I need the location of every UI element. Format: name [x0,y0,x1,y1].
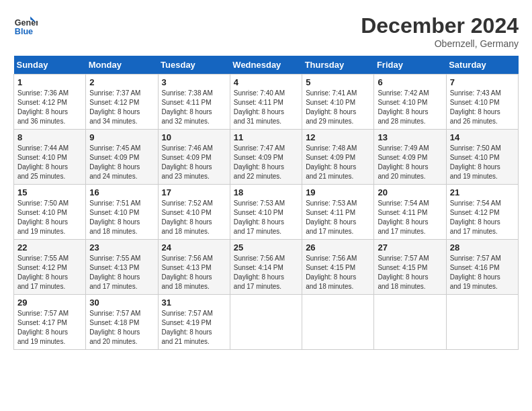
day-info: Sunrise: 7:42 AM Sunset: 4:10 PM Dayligh… [378,89,442,126]
calendar-cell: 12Sunrise: 7:48 AM Sunset: 4:09 PM Dayli… [302,130,374,185]
day-info: Sunrise: 7:53 AM Sunset: 4:11 PM Dayligh… [306,199,370,236]
day-info: Sunrise: 7:40 AM Sunset: 4:11 PM Dayligh… [234,89,298,126]
calendar-cell [374,295,446,350]
day-number: 7 [450,77,515,87]
logo-icon: General Blue [13,13,38,38]
day-number: 9 [89,132,154,142]
day-info: Sunrise: 7:57 AM Sunset: 4:16 PM Dayligh… [450,254,515,291]
calendar-cell: 19Sunrise: 7:53 AM Sunset: 4:11 PM Dayli… [302,185,374,240]
day-info: Sunrise: 7:53 AM Sunset: 4:10 PM Dayligh… [234,199,298,236]
day-info: Sunrise: 7:44 AM Sunset: 4:10 PM Dayligh… [17,144,82,181]
day-number: 15 [17,187,82,197]
day-number: 27 [378,242,442,253]
day-number: 5 [306,77,370,87]
day-header-sunday: Sunday [14,56,86,75]
calendar-cell: 30Sunrise: 7:57 AM Sunset: 4:18 PM Dayli… [86,295,158,350]
calendar-week-row: 29Sunrise: 7:57 AM Sunset: 4:17 PM Dayli… [14,295,519,350]
calendar-cell: 14Sunrise: 7:50 AM Sunset: 4:10 PM Dayli… [446,130,518,185]
day-info: Sunrise: 7:41 AM Sunset: 4:10 PM Dayligh… [306,89,370,126]
day-number: 21 [450,187,515,197]
calendar-week-row: 8Sunrise: 7:44 AM Sunset: 4:10 PM Daylig… [14,130,519,185]
day-number: 8 [17,132,82,142]
day-info: Sunrise: 7:50 AM Sunset: 4:10 PM Dayligh… [450,144,515,181]
day-number: 25 [234,242,298,253]
day-number: 24 [162,242,226,253]
calendar-cell: 5Sunrise: 7:41 AM Sunset: 4:10 PM Daylig… [302,75,374,130]
day-number: 20 [378,187,442,197]
day-info: Sunrise: 7:38 AM Sunset: 4:11 PM Dayligh… [162,89,226,126]
calendar-cell: 13Sunrise: 7:49 AM Sunset: 4:09 PM Dayli… [374,130,446,185]
svg-text:Blue: Blue [15,27,33,36]
calendar-cell: 18Sunrise: 7:53 AM Sunset: 4:10 PM Dayli… [230,185,302,240]
day-number: 17 [162,187,226,197]
calendar-cell: 21Sunrise: 7:54 AM Sunset: 4:12 PM Dayli… [446,185,518,240]
title-area: December 2024 Obernzell, Germany [361,13,519,49]
day-info: Sunrise: 7:57 AM Sunset: 4:18 PM Dayligh… [89,309,154,347]
day-number: 14 [450,132,515,142]
calendar-cell: 7Sunrise: 7:43 AM Sunset: 4:10 PM Daylig… [446,75,518,130]
calendar-cell: 26Sunrise: 7:56 AM Sunset: 4:15 PM Dayli… [302,240,374,295]
subtitle: Obernzell, Germany [361,38,519,49]
day-number: 4 [234,77,298,87]
calendar-cell: 16Sunrise: 7:51 AM Sunset: 4:10 PM Dayli… [86,185,158,240]
day-info: Sunrise: 7:54 AM Sunset: 4:11 PM Dayligh… [378,199,442,236]
day-header-thursday: Thursday [302,56,374,75]
day-info: Sunrise: 7:56 AM Sunset: 4:15 PM Dayligh… [306,254,370,291]
calendar-cell: 23Sunrise: 7:55 AM Sunset: 4:13 PM Dayli… [86,240,158,295]
day-number: 30 [89,298,154,308]
day-info: Sunrise: 7:49 AM Sunset: 4:09 PM Dayligh… [378,144,442,181]
day-number: 3 [162,77,226,87]
day-header-monday: Monday [86,56,158,75]
day-info: Sunrise: 7:46 AM Sunset: 4:09 PM Dayligh… [162,144,226,181]
day-info: Sunrise: 7:51 AM Sunset: 4:10 PM Dayligh… [89,199,154,236]
day-header-friday: Friday [374,56,446,75]
calendar-cell: 17Sunrise: 7:52 AM Sunset: 4:10 PM Dayli… [158,185,230,240]
day-info: Sunrise: 7:55 AM Sunset: 4:12 PM Dayligh… [17,254,82,291]
calendar-cell: 27Sunrise: 7:57 AM Sunset: 4:15 PM Dayli… [374,240,446,295]
header: General Blue December 2024 Obernzell, Ge… [13,13,519,49]
day-header-tuesday: Tuesday [158,56,230,75]
day-number: 16 [89,187,154,197]
day-number: 11 [234,132,298,142]
calendar-cell: 22Sunrise: 7:55 AM Sunset: 4:12 PM Dayli… [14,240,86,295]
day-number: 19 [306,187,370,197]
day-info: Sunrise: 7:56 AM Sunset: 4:14 PM Dayligh… [234,254,298,291]
calendar-week-row: 15Sunrise: 7:50 AM Sunset: 4:10 PM Dayli… [14,185,519,240]
calendar-cell: 4Sunrise: 7:40 AM Sunset: 4:11 PM Daylig… [230,75,302,130]
day-number: 18 [234,187,298,197]
day-info: Sunrise: 7:37 AM Sunset: 4:12 PM Dayligh… [89,89,154,126]
day-info: Sunrise: 7:52 AM Sunset: 4:10 PM Dayligh… [162,199,226,236]
calendar-cell: 2Sunrise: 7:37 AM Sunset: 4:12 PM Daylig… [86,75,158,130]
day-number: 12 [306,132,370,142]
calendar-cell: 9Sunrise: 7:45 AM Sunset: 4:09 PM Daylig… [86,130,158,185]
day-info: Sunrise: 7:45 AM Sunset: 4:09 PM Dayligh… [89,144,154,181]
calendar-cell: 10Sunrise: 7:46 AM Sunset: 4:09 PM Dayli… [158,130,230,185]
day-number: 2 [89,77,154,87]
logo: General Blue [13,13,38,38]
calendar-cell: 29Sunrise: 7:57 AM Sunset: 4:17 PM Dayli… [14,295,86,350]
calendar-cell: 6Sunrise: 7:42 AM Sunset: 4:10 PM Daylig… [374,75,446,130]
calendar-cell [446,295,518,350]
calendar-header-row: SundayMondayTuesdayWednesdayThursdayFrid… [14,56,519,75]
day-info: Sunrise: 7:50 AM Sunset: 4:10 PM Dayligh… [17,199,82,236]
day-header-wednesday: Wednesday [230,56,302,75]
day-info: Sunrise: 7:55 AM Sunset: 4:13 PM Dayligh… [89,254,154,291]
calendar-cell: 20Sunrise: 7:54 AM Sunset: 4:11 PM Dayli… [374,185,446,240]
day-info: Sunrise: 7:54 AM Sunset: 4:12 PM Dayligh… [450,199,515,236]
calendar-cell: 25Sunrise: 7:56 AM Sunset: 4:14 PM Dayli… [230,240,302,295]
calendar-table: SundayMondayTuesdayWednesdayThursdayFrid… [13,56,519,350]
day-number: 6 [378,77,442,87]
day-number: 31 [162,298,226,308]
calendar-week-row: 22Sunrise: 7:55 AM Sunset: 4:12 PM Dayli… [14,240,519,295]
day-number: 29 [17,298,82,308]
day-info: Sunrise: 7:36 AM Sunset: 4:12 PM Dayligh… [17,89,82,126]
calendar-cell: 28Sunrise: 7:57 AM Sunset: 4:16 PM Dayli… [446,240,518,295]
calendar-cell: 31Sunrise: 7:57 AM Sunset: 4:19 PM Dayli… [158,295,230,350]
calendar-cell: 24Sunrise: 7:56 AM Sunset: 4:13 PM Dayli… [158,240,230,295]
calendar-cell [230,295,302,350]
day-number: 1 [17,77,82,87]
month-title: December 2024 [361,13,519,38]
day-number: 10 [162,132,226,142]
day-header-saturday: Saturday [446,56,518,75]
day-info: Sunrise: 7:43 AM Sunset: 4:10 PM Dayligh… [450,89,515,126]
